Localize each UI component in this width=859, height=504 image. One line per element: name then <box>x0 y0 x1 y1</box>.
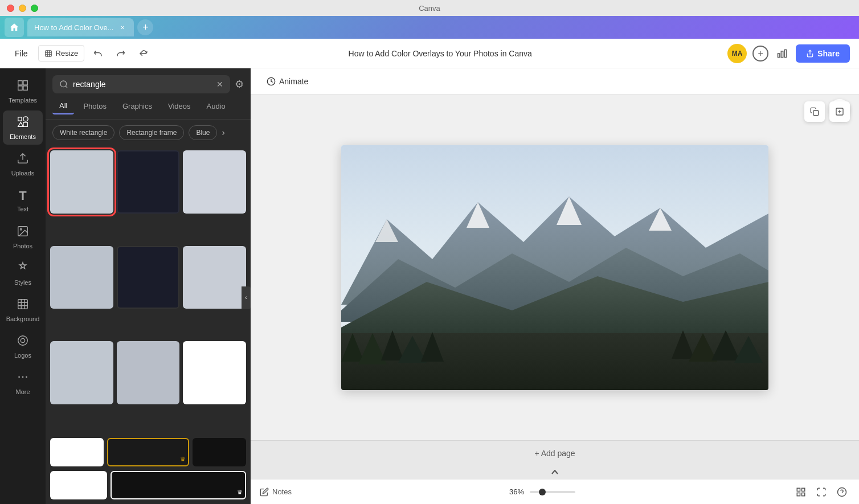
search-bar: ✕ ⚙ <box>46 68 251 98</box>
active-tab[interactable]: How to Add Color Ove... ✕ <box>27 18 134 36</box>
uploads-label: Uploads <box>11 170 34 177</box>
animate-label: Animate <box>279 77 308 86</box>
redo-button[interactable] <box>112 44 130 63</box>
sidebar-item-logos[interactable]: Logos <box>3 329 43 363</box>
filter-tab-graphics[interactable]: Graphics <box>116 99 159 114</box>
sidebar-item-styles[interactable]: Styles <box>3 256 43 290</box>
svg-rect-49 <box>802 488 805 491</box>
result-item-8[interactable] <box>117 341 180 404</box>
add-collaborator-button[interactable]: + <box>752 46 768 62</box>
results-grid <box>46 146 251 438</box>
minimize-button[interactable] <box>19 5 26 12</box>
canvas-content <box>251 95 859 440</box>
add-page-top-button[interactable] <box>829 101 850 122</box>
bottom-bar: Notes 36% <box>251 479 859 504</box>
wide-item-black[interactable] <box>193 438 246 466</box>
file-menu-button[interactable]: File <box>9 46 34 62</box>
sidebar-item-elements[interactable]: Elements <box>3 110 43 145</box>
logos-label: Logos <box>14 352 31 359</box>
result-item-6[interactable] <box>183 246 246 309</box>
filter-tab-photos[interactable]: Photos <box>76 99 113 114</box>
add-page-bar[interactable]: + Add page <box>251 440 859 465</box>
user-avatar[interactable]: MA <box>727 44 747 63</box>
tab-close-button[interactable]: ✕ <box>118 23 127 32</box>
svg-point-9 <box>23 116 28 121</box>
svg-point-22 <box>22 376 24 378</box>
search-input[interactable] <box>73 80 212 89</box>
templates-label: Templates <box>9 97 37 104</box>
close-button[interactable] <box>7 5 14 12</box>
fullscreen-button[interactable] <box>813 484 829 500</box>
photos-label: Photos <box>13 243 32 249</box>
result-item-5[interactable] <box>117 246 180 309</box>
analytics-button[interactable] <box>774 46 790 62</box>
notes-button[interactable]: Notes <box>260 487 292 497</box>
sidebar-item-photos[interactable]: Photos <box>3 220 43 254</box>
clear-search-button[interactable]: ✕ <box>216 80 223 89</box>
resize-button[interactable]: Resize <box>38 45 85 62</box>
crown-icon-2: ♛ <box>237 489 243 496</box>
elements-icon <box>17 116 29 131</box>
filter-tab-audio[interactable]: Audio <box>199 99 232 114</box>
bottom-left: Notes <box>260 487 292 497</box>
wide-item-white[interactable] <box>50 438 104 466</box>
save-button[interactable] <box>134 44 153 63</box>
zoom-level: 36% <box>509 487 524 496</box>
new-tab-button[interactable]: + <box>137 19 153 35</box>
animate-bar: Animate <box>251 68 859 95</box>
svg-rect-8 <box>18 117 22 120</box>
styles-label: Styles <box>14 279 31 286</box>
background-icon <box>17 298 29 313</box>
result-item-4[interactable] <box>50 246 113 309</box>
duplicate-button[interactable] <box>804 101 825 122</box>
search-panel: ✕ ⚙ All Photos Graphics Videos Audio <box>46 68 251 504</box>
chips-more-button[interactable]: › <box>222 128 224 138</box>
hide-panel-button[interactable]: ‹ <box>242 286 251 309</box>
tab-label: How to Add Color Ove... <box>34 23 113 32</box>
filter-tab-videos[interactable]: Videos <box>161 99 198 114</box>
chip-white-rectangle[interactable]: White rectangle <box>52 125 114 140</box>
search-input-wrap: ✕ <box>52 75 230 93</box>
sidebar-item-background[interactable]: Background <box>3 293 43 327</box>
resize-label: Resize <box>56 49 79 58</box>
home-button[interactable] <box>5 18 24 37</box>
search-icon <box>59 80 68 89</box>
result-item-2[interactable] <box>117 150 180 214</box>
chip-rectangle-frame[interactable]: Rectangle frame <box>119 125 184 140</box>
svg-marker-10 <box>18 122 23 126</box>
elements-label: Elements <box>10 133 36 140</box>
scroll-up-bar[interactable] <box>251 465 859 479</box>
filter-button[interactable]: ⚙ <box>235 78 244 91</box>
animate-icon <box>267 77 276 86</box>
sidebar-item-uploads[interactable]: Uploads <box>3 147 43 181</box>
sidebar-item-templates[interactable]: Templates <box>3 74 43 108</box>
result-item-9[interactable] <box>183 341 246 404</box>
more-label: More <box>15 388 30 395</box>
sidebar-item-text[interactable]: T Text <box>3 183 43 218</box>
result-item-1[interactable] <box>50 150 113 214</box>
svg-point-24 <box>60 81 67 87</box>
window-title: Canva <box>419 4 440 13</box>
svg-rect-26 <box>813 110 819 116</box>
help-button[interactable] <box>834 484 850 500</box>
chip-blue[interactable]: Blue <box>189 125 217 140</box>
result-item-3[interactable] <box>183 150 246 214</box>
undo-button[interactable] <box>89 44 107 63</box>
wide-item-gold[interactable]: ♛ <box>107 438 190 466</box>
canvas-page <box>341 145 768 390</box>
svg-rect-48 <box>797 488 800 491</box>
grid-view-button[interactable] <box>793 484 809 500</box>
zoom-slider[interactable] <box>530 491 575 493</box>
vbottom-item-white[interactable] <box>50 471 107 499</box>
logos-icon <box>17 334 29 350</box>
animate-button[interactable]: Animate <box>260 73 315 89</box>
filter-tab-all[interactable]: All <box>52 98 74 114</box>
sidebar-item-more[interactable]: More <box>3 366 43 400</box>
vbottom-item-dark-outline[interactable]: ♛ <box>111 471 246 499</box>
maximize-button[interactable] <box>31 5 38 12</box>
notes-icon <box>260 487 269 497</box>
result-item-7[interactable] <box>50 341 113 404</box>
styles-icon <box>17 261 29 277</box>
share-button[interactable]: Share <box>796 44 850 63</box>
tab-bar: How to Add Color Ove... ✕ + <box>0 16 859 39</box>
